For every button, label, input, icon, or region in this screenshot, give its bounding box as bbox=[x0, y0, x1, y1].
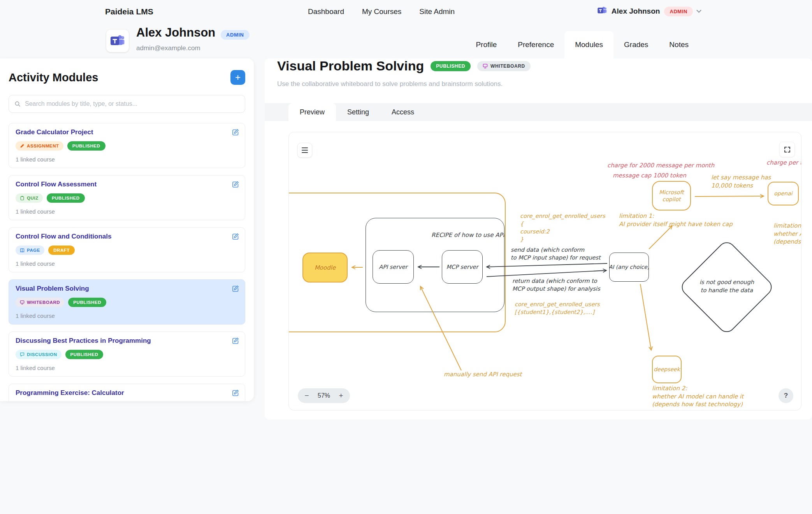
note-limitation1: limitation 1: AI provider itself might h… bbox=[619, 212, 733, 228]
linked-course-count: 1 linked course bbox=[16, 208, 238, 215]
whiteboard-icon bbox=[20, 300, 25, 305]
brand-title: Paideia LMS bbox=[105, 7, 153, 16]
arrow-ai-to-deepseek bbox=[640, 284, 651, 350]
arrow-copilot-to-openai bbox=[695, 196, 764, 196]
published-badge: PUBLISHED bbox=[431, 61, 471, 71]
tab-preview[interactable]: Preview bbox=[288, 103, 336, 121]
edit-module-button[interactable] bbox=[232, 285, 239, 294]
zoom-level: 57% bbox=[313, 392, 334, 399]
status-badge-published: PUBLISHED bbox=[47, 193, 85, 203]
linked-course-count: 1 linked course bbox=[16, 156, 238, 163]
book-icon bbox=[20, 248, 25, 253]
module-tab-strip: Preview Setting Access bbox=[265, 103, 812, 121]
tab-setting[interactable]: Setting bbox=[336, 103, 380, 121]
search-icon bbox=[14, 101, 21, 107]
tab-access[interactable]: Access bbox=[380, 103, 425, 121]
tab-grades[interactable]: Grades bbox=[613, 31, 659, 58]
pencil-icon bbox=[20, 144, 25, 148]
edit-module-button[interactable] bbox=[232, 128, 239, 137]
add-module-button[interactable]: + bbox=[230, 70, 245, 85]
note-limitation2-right: limitation 2: whether AI (depends ho bbox=[773, 222, 801, 246]
whiteboard-canvas[interactable]: RECIPE of how to use API Moodle API serv… bbox=[288, 132, 801, 410]
module-card-programming-exercise[interactable]: Programming Exercise: Calculator ASSIGNM… bbox=[9, 384, 245, 401]
type-badge-page: PAGE bbox=[16, 246, 44, 255]
edit-module-button[interactable] bbox=[232, 337, 239, 346]
type-badge-quiz: QUIZ bbox=[16, 193, 43, 203]
chevron-down-icon bbox=[696, 8, 701, 13]
module-card-visual-problem-solving[interactable]: Visual Problem Solving WHITEBOARD PUBLIS… bbox=[9, 279, 245, 325]
nav-link-my-courses[interactable]: My Courses bbox=[362, 7, 401, 16]
fullscreen-icon bbox=[784, 146, 791, 153]
nav-link-site-admin[interactable]: Site Admin bbox=[419, 7, 455, 16]
status-badge-published: PUBLISHED bbox=[67, 141, 105, 151]
linked-course-count: 1 linked course bbox=[16, 260, 238, 267]
linked-course-count: 1 linked course bbox=[16, 312, 238, 319]
edit-module-button[interactable] bbox=[232, 389, 239, 398]
zoom-controls: − 57% + bbox=[298, 388, 350, 403]
note-manual-request: manually send API request bbox=[444, 370, 522, 379]
sidebar-title: Activity Modules bbox=[9, 71, 98, 84]
search-input[interactable] bbox=[25, 100, 239, 107]
module-badges: ASSIGNMENT PUBLISHED bbox=[16, 141, 238, 151]
zoom-out-button[interactable]: − bbox=[300, 389, 313, 402]
edit-icon bbox=[232, 128, 239, 136]
edit-icon bbox=[232, 337, 239, 345]
activity-modules-sidebar: Activity Modules + Grade Calculator Proj… bbox=[0, 58, 254, 401]
user-menu[interactable]: Alex Johnson ADMIN bbox=[597, 5, 701, 17]
fullscreen-button[interactable] bbox=[779, 142, 795, 157]
note-let-say: let say message has 10,000 tokens bbox=[711, 174, 771, 189]
tab-notes[interactable]: Notes bbox=[659, 31, 699, 58]
status-badge-published: PUBLISHED bbox=[68, 298, 106, 307]
edit-icon bbox=[232, 233, 239, 240]
type-badge-discussion: DISCUSSION bbox=[16, 350, 62, 359]
top-nav: Paideia LMS Dashboard My Courses Site Ad… bbox=[0, 0, 812, 23]
module-card-grade-calculator[interactable]: Grade Calculator Project ASSIGNMENT PUBL… bbox=[9, 123, 245, 168]
module-title: Grade Calculator Project bbox=[16, 128, 238, 136]
note-charge-per-token: charge per tok bbox=[766, 159, 801, 167]
status-badge-draft: DRAFT bbox=[48, 246, 75, 255]
tab-profile[interactable]: Profile bbox=[465, 31, 507, 58]
hamburger-icon bbox=[302, 147, 308, 148]
chat-bubble-icon bbox=[20, 352, 25, 357]
whiteboard-icon bbox=[483, 63, 488, 68]
module-header: Visual Problem Solving PUBLISHED WHITEBO… bbox=[277, 58, 531, 74]
note-return-data: return data (which conform to MCP output… bbox=[512, 277, 600, 293]
tab-modules[interactable]: Modules bbox=[564, 31, 613, 58]
type-badge-assignment: ASSIGNMENT bbox=[16, 141, 63, 151]
module-title: Programming Exercise: Calculator bbox=[16, 389, 238, 397]
edit-module-button[interactable] bbox=[232, 181, 239, 189]
note-charge-month: charge for 2000 message per month bbox=[607, 161, 714, 170]
edit-module-button[interactable] bbox=[232, 233, 239, 242]
note-send-data: send data (which conform to MCP input sh… bbox=[511, 246, 601, 261]
module-card-discussing-best-practices[interactable]: Discussing Best Practices in Programming… bbox=[9, 332, 245, 377]
profile-email: admin@example.com bbox=[136, 44, 200, 52]
status-badge-published: PUBLISHED bbox=[65, 350, 104, 359]
help-button[interactable]: ? bbox=[779, 388, 793, 403]
arrow-manual-request bbox=[420, 286, 461, 370]
user-menu-name: Alex Johnson bbox=[612, 7, 660, 16]
module-card-control-flow-assessment[interactable]: Control Flow Assessment QUIZ PUBLISHED 1… bbox=[9, 175, 245, 220]
note-limitation2-bottom: limitation 2: whether AI model can handl… bbox=[652, 384, 743, 409]
module-badges: DISCUSSION PUBLISHED bbox=[16, 350, 238, 359]
edit-icon bbox=[232, 181, 239, 188]
module-title: Control Flow Assessment bbox=[16, 180, 238, 188]
avatar bbox=[106, 30, 129, 52]
module-badges: WHITEBOARD PUBLISHED bbox=[16, 298, 238, 307]
linked-course-count: 1 linked course bbox=[16, 365, 238, 372]
top-nav-links: Dashboard My Courses Site Admin bbox=[308, 7, 455, 16]
note-message-cap: message cap 1000 token bbox=[613, 172, 686, 180]
page-tabs: Profile Preference Modules Grades Notes bbox=[465, 31, 699, 58]
tab-preference[interactable]: Preference bbox=[507, 31, 564, 58]
edit-icon bbox=[232, 285, 239, 293]
arrow-ai-to-limitation1 bbox=[649, 226, 672, 249]
module-description: Use the collaborative whiteboard to solv… bbox=[277, 80, 503, 88]
module-badges: PAGE DRAFT bbox=[16, 246, 238, 255]
sidebar-header: Activity Modules + bbox=[9, 70, 245, 85]
type-badge-whiteboard: WHITEBOARD bbox=[16, 298, 64, 307]
zoom-in-button[interactable]: + bbox=[334, 389, 348, 402]
canvas-menu-button[interactable] bbox=[297, 143, 312, 158]
module-badges: QUIZ PUBLISHED bbox=[16, 193, 238, 203]
page-title: Visual Problem Solving bbox=[277, 58, 424, 74]
module-card-control-flow-conditionals[interactable]: Control Flow and Conditionals PAGE DRAFT… bbox=[9, 227, 245, 272]
nav-link-dashboard[interactable]: Dashboard bbox=[308, 7, 344, 16]
